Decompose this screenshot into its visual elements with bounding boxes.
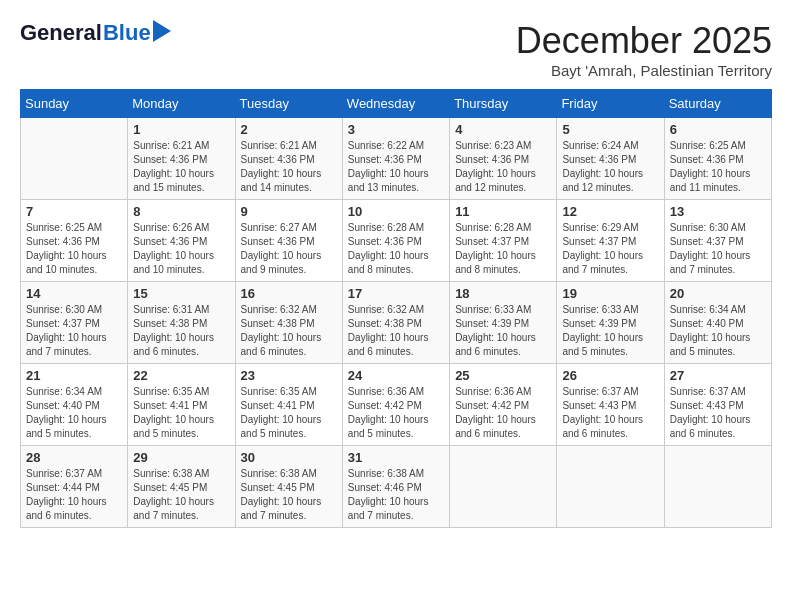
day-info: Sunrise: 6:36 AM Sunset: 4:42 PM Dayligh… [455, 385, 551, 441]
day-number: 20 [670, 286, 766, 301]
header-thursday: Thursday [450, 90, 557, 118]
day-info: Sunrise: 6:21 AM Sunset: 4:36 PM Dayligh… [241, 139, 337, 195]
day-number: 4 [455, 122, 551, 137]
day-info: Sunrise: 6:24 AM Sunset: 4:36 PM Dayligh… [562, 139, 658, 195]
day-info: Sunrise: 6:22 AM Sunset: 4:36 PM Dayligh… [348, 139, 444, 195]
calendar-cell: 26Sunrise: 6:37 AM Sunset: 4:43 PM Dayli… [557, 364, 664, 446]
day-info: Sunrise: 6:25 AM Sunset: 4:36 PM Dayligh… [26, 221, 122, 277]
day-number: 9 [241, 204, 337, 219]
calendar-cell: 12Sunrise: 6:29 AM Sunset: 4:37 PM Dayli… [557, 200, 664, 282]
calendar-cell [450, 446, 557, 528]
calendar-cell: 27Sunrise: 6:37 AM Sunset: 4:43 PM Dayli… [664, 364, 771, 446]
day-number: 24 [348, 368, 444, 383]
calendar-cell: 19Sunrise: 6:33 AM Sunset: 4:39 PM Dayli… [557, 282, 664, 364]
calendar-table: SundayMondayTuesdayWednesdayThursdayFrid… [20, 89, 772, 528]
day-info: Sunrise: 6:33 AM Sunset: 4:39 PM Dayligh… [455, 303, 551, 359]
day-info: Sunrise: 6:21 AM Sunset: 4:36 PM Dayligh… [133, 139, 229, 195]
logo: General Blue [20, 20, 151, 48]
day-info: Sunrise: 6:23 AM Sunset: 4:36 PM Dayligh… [455, 139, 551, 195]
title-block: December 2025 Bayt 'Amrah, Palestinian T… [516, 20, 772, 79]
week-row-2: 7Sunrise: 6:25 AM Sunset: 4:36 PM Daylig… [21, 200, 772, 282]
day-info: Sunrise: 6:32 AM Sunset: 4:38 PM Dayligh… [241, 303, 337, 359]
day-number: 17 [348, 286, 444, 301]
calendar-cell: 25Sunrise: 6:36 AM Sunset: 4:42 PM Dayli… [450, 364, 557, 446]
day-info: Sunrise: 6:37 AM Sunset: 4:44 PM Dayligh… [26, 467, 122, 523]
calendar-cell: 28Sunrise: 6:37 AM Sunset: 4:44 PM Dayli… [21, 446, 128, 528]
day-info: Sunrise: 6:31 AM Sunset: 4:38 PM Dayligh… [133, 303, 229, 359]
week-row-3: 14Sunrise: 6:30 AM Sunset: 4:37 PM Dayli… [21, 282, 772, 364]
day-number: 28 [26, 450, 122, 465]
month-title: December 2025 [516, 20, 772, 62]
day-number: 29 [133, 450, 229, 465]
day-number: 31 [348, 450, 444, 465]
calendar-cell: 18Sunrise: 6:33 AM Sunset: 4:39 PM Dayli… [450, 282, 557, 364]
header-tuesday: Tuesday [235, 90, 342, 118]
calendar-cell: 21Sunrise: 6:34 AM Sunset: 4:40 PM Dayli… [21, 364, 128, 446]
header-sunday: Sunday [21, 90, 128, 118]
day-number: 6 [670, 122, 766, 137]
day-info: Sunrise: 6:30 AM Sunset: 4:37 PM Dayligh… [26, 303, 122, 359]
calendar-cell: 10Sunrise: 6:28 AM Sunset: 4:36 PM Dayli… [342, 200, 449, 282]
calendar-cell: 22Sunrise: 6:35 AM Sunset: 4:41 PM Dayli… [128, 364, 235, 446]
calendar-cell: 17Sunrise: 6:32 AM Sunset: 4:38 PM Dayli… [342, 282, 449, 364]
day-info: Sunrise: 6:27 AM Sunset: 4:36 PM Dayligh… [241, 221, 337, 277]
day-number: 15 [133, 286, 229, 301]
day-number: 1 [133, 122, 229, 137]
day-info: Sunrise: 6:38 AM Sunset: 4:46 PM Dayligh… [348, 467, 444, 523]
logo-blue: Blue [103, 20, 151, 46]
week-row-5: 28Sunrise: 6:37 AM Sunset: 4:44 PM Dayli… [21, 446, 772, 528]
location: Bayt 'Amrah, Palestinian Territory [516, 62, 772, 79]
calendar-cell: 15Sunrise: 6:31 AM Sunset: 4:38 PM Dayli… [128, 282, 235, 364]
day-number: 5 [562, 122, 658, 137]
calendar-cell: 6Sunrise: 6:25 AM Sunset: 4:36 PM Daylig… [664, 118, 771, 200]
day-info: Sunrise: 6:29 AM Sunset: 4:37 PM Dayligh… [562, 221, 658, 277]
logo-arrow-icon [153, 20, 171, 42]
day-number: 2 [241, 122, 337, 137]
calendar-header-row: SundayMondayTuesdayWednesdayThursdayFrid… [21, 90, 772, 118]
day-number: 18 [455, 286, 551, 301]
day-info: Sunrise: 6:34 AM Sunset: 4:40 PM Dayligh… [26, 385, 122, 441]
calendar-cell: 23Sunrise: 6:35 AM Sunset: 4:41 PM Dayli… [235, 364, 342, 446]
day-info: Sunrise: 6:38 AM Sunset: 4:45 PM Dayligh… [133, 467, 229, 523]
week-row-4: 21Sunrise: 6:34 AM Sunset: 4:40 PM Dayli… [21, 364, 772, 446]
calendar-cell: 4Sunrise: 6:23 AM Sunset: 4:36 PM Daylig… [450, 118, 557, 200]
day-info: Sunrise: 6:28 AM Sunset: 4:36 PM Dayligh… [348, 221, 444, 277]
day-number: 12 [562, 204, 658, 219]
page-header: General Blue December 2025 Bayt 'Amrah, … [20, 20, 772, 79]
calendar-cell [557, 446, 664, 528]
day-info: Sunrise: 6:35 AM Sunset: 4:41 PM Dayligh… [133, 385, 229, 441]
calendar-cell: 31Sunrise: 6:38 AM Sunset: 4:46 PM Dayli… [342, 446, 449, 528]
calendar-cell: 13Sunrise: 6:30 AM Sunset: 4:37 PM Dayli… [664, 200, 771, 282]
day-info: Sunrise: 6:32 AM Sunset: 4:38 PM Dayligh… [348, 303, 444, 359]
calendar-cell: 14Sunrise: 6:30 AM Sunset: 4:37 PM Dayli… [21, 282, 128, 364]
day-info: Sunrise: 6:26 AM Sunset: 4:36 PM Dayligh… [133, 221, 229, 277]
calendar-cell: 9Sunrise: 6:27 AM Sunset: 4:36 PM Daylig… [235, 200, 342, 282]
day-number: 30 [241, 450, 337, 465]
day-number: 3 [348, 122, 444, 137]
calendar-cell: 24Sunrise: 6:36 AM Sunset: 4:42 PM Dayli… [342, 364, 449, 446]
header-monday: Monday [128, 90, 235, 118]
calendar-cell [664, 446, 771, 528]
day-number: 27 [670, 368, 766, 383]
day-number: 23 [241, 368, 337, 383]
header-saturday: Saturday [664, 90, 771, 118]
header-wednesday: Wednesday [342, 90, 449, 118]
week-row-1: 1Sunrise: 6:21 AM Sunset: 4:36 PM Daylig… [21, 118, 772, 200]
day-number: 19 [562, 286, 658, 301]
calendar-cell: 8Sunrise: 6:26 AM Sunset: 4:36 PM Daylig… [128, 200, 235, 282]
logo-general: General [20, 20, 102, 46]
calendar-cell: 2Sunrise: 6:21 AM Sunset: 4:36 PM Daylig… [235, 118, 342, 200]
svg-marker-0 [153, 20, 171, 42]
day-number: 26 [562, 368, 658, 383]
calendar-cell: 11Sunrise: 6:28 AM Sunset: 4:37 PM Dayli… [450, 200, 557, 282]
calendar-cell [21, 118, 128, 200]
day-info: Sunrise: 6:33 AM Sunset: 4:39 PM Dayligh… [562, 303, 658, 359]
day-number: 13 [670, 204, 766, 219]
day-number: 8 [133, 204, 229, 219]
day-info: Sunrise: 6:38 AM Sunset: 4:45 PM Dayligh… [241, 467, 337, 523]
day-info: Sunrise: 6:34 AM Sunset: 4:40 PM Dayligh… [670, 303, 766, 359]
day-info: Sunrise: 6:25 AM Sunset: 4:36 PM Dayligh… [670, 139, 766, 195]
calendar-cell: 30Sunrise: 6:38 AM Sunset: 4:45 PM Dayli… [235, 446, 342, 528]
day-number: 10 [348, 204, 444, 219]
calendar-cell: 16Sunrise: 6:32 AM Sunset: 4:38 PM Dayli… [235, 282, 342, 364]
